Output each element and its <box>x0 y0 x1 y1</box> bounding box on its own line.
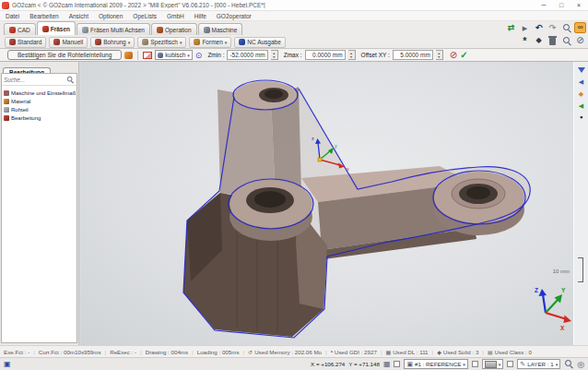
stock-image-icon[interactable] <box>143 52 152 59</box>
color-select[interactable]: ▾ <box>482 359 504 369</box>
offset-xy-stepper[interactable]: ▴▾ <box>436 50 443 60</box>
tab-operation-label: Operation <box>165 27 192 33</box>
standard-label: Standard <box>18 39 41 45</box>
app-grid-icon[interactable]: ▣ <box>4 360 11 368</box>
tab-operation[interactable]: Operation <box>151 23 197 35</box>
bohrung-button[interactable]: Bohrung ▾ <box>90 37 135 48</box>
search-icon <box>66 76 74 83</box>
zoom-icon[interactable] <box>560 22 572 33</box>
layer-checkbox[interactable] <box>507 361 513 367</box>
menu-bearbeiten[interactable]: Bearbeiten <box>29 13 58 19</box>
tree-item-bearbeitung[interactable]: Bearbeitung <box>4 113 76 122</box>
cad-icon <box>9 27 16 33</box>
status-used-solid: ◆Used Solid : 3 <box>437 349 478 355</box>
maximize-button[interactable]: □ <box>554 0 569 10</box>
search-row <box>2 74 76 86</box>
pointer-icon[interactable]: ▶ <box>519 22 531 33</box>
spezifisch-icon <box>142 39 148 45</box>
menu-opelists[interactable]: OpeLists <box>133 13 157 19</box>
grid-checkbox[interactable] <box>394 361 400 367</box>
ink-icon[interactable]: ◆ <box>533 35 545 46</box>
stock-type-select[interactable]: kubisch ▾ <box>155 50 193 60</box>
zmax-stepper[interactable]: ▴▾ <box>348 50 356 60</box>
hide-icon[interactable]: ⊘ <box>574 35 586 46</box>
model-canvas: x y z Z Y X <box>80 62 573 345</box>
camera-icon[interactable]: ▪ <box>576 113 587 123</box>
menu-ansicht[interactable]: Ansicht <box>69 13 88 19</box>
nc-ausgabe-button[interactable]: NC Ausgabe <box>234 37 286 48</box>
tab-maschine[interactable]: Maschine <box>198 23 243 35</box>
svg-text:X: X <box>560 325 565 331</box>
offset-xy-input[interactable]: 5.0000 mm <box>393 50 433 60</box>
go2cam-window: { "window": { "title": "GO2cam < © GO2ca… <box>0 0 588 370</box>
stock-type-dropdown-icon: ▾ <box>187 53 190 58</box>
zoom-window-icon[interactable] <box>560 35 572 46</box>
viewport-3d[interactable]: x y z Z Y X 10 mm <box>80 62 573 345</box>
standard-button[interactable]: Standard <box>5 37 46 48</box>
close-button[interactable]: × <box>571 0 586 10</box>
filter-icon[interactable] <box>576 65 587 75</box>
title-bar: GO2cam < © GO2cam International 2009 - 2… <box>0 0 588 11</box>
tree-item-material-label: Material <box>11 99 30 104</box>
main-area: Bearbeitung Maschine und Einstellmaße Ma… <box>0 62 588 345</box>
search-input[interactable] <box>4 77 65 83</box>
undo-icon[interactable]: ↶ <box>533 22 545 33</box>
spezifisch-button[interactable]: Spezifisch ▾ <box>137 37 186 48</box>
cancel-icon[interactable]: ⊘ <box>450 50 457 60</box>
zmin-input[interactable]: -52.0000 mm <box>227 50 267 60</box>
offset-xy-label: Offset XY : <box>361 52 390 58</box>
bearbeitung-icon <box>4 115 9 121</box>
status-separator: | <box>140 349 142 355</box>
menu-datei[interactable]: Datei <box>6 13 19 19</box>
formen-button[interactable]: Formen ▾ <box>189 37 231 48</box>
job-tree: Maschine und Einstellmaße Material Rohte… <box>2 86 76 122</box>
status-separator: | <box>482 349 484 355</box>
tree-item-maschine[interactable]: Maschine und Einstellmaße <box>4 89 76 97</box>
bohrung-icon <box>95 39 101 45</box>
zmax-label: Zmax : <box>284 52 302 58</box>
chevron-green-icon[interactable]: ◀ <box>576 101 587 111</box>
redo-icon[interactable]: ↷ <box>547 22 559 33</box>
menu-hilfe[interactable]: Hilfe <box>194 13 206 19</box>
layer-select[interactable]: ✎ LAYER : 1 ▾ <box>517 359 560 369</box>
zmin-stepper[interactable]: ▴▾ <box>271 50 278 60</box>
reference-select[interactable]: ▣ #1 : REFERENCE ▾ <box>404 359 467 369</box>
scale-bracket <box>578 257 583 282</box>
menu-optionen[interactable]: Optionen <box>99 13 123 19</box>
menu-gmbh[interactable]: GmbH <box>167 13 184 19</box>
status-separator: | <box>33 349 35 355</box>
model-left-boss <box>229 180 312 241</box>
grid-icon[interactable]: ▦ <box>383 360 391 368</box>
tab-multi-achsen-label: Fräsen Multi Achsen <box>90 27 145 33</box>
tree-item-rohteil[interactable]: Rohteil <box>4 105 76 113</box>
delete-icon[interactable] <box>547 35 559 46</box>
rohteil-icon[interactable] <box>124 52 133 59</box>
tab-cad[interactable]: CAD <box>4 23 36 35</box>
tree-item-rohteil-label: Rohteil <box>11 107 29 113</box>
sync-icon[interactable]: ⇄ <box>505 22 517 33</box>
burr-icon[interactable]: * <box>519 35 531 46</box>
reference-checkbox[interactable] <box>472 361 478 367</box>
target-icon[interactable]: ◎ <box>577 360 584 369</box>
trash-icon <box>549 38 556 45</box>
zmax-input[interactable]: 0.0000 mm <box>305 50 346 60</box>
tree-item-material[interactable]: Material <box>4 97 76 105</box>
zoom-select-icon[interactable] <box>564 359 573 369</box>
ribbon-buttons: Standard Manuell Bohrung ▾ Spezifisch ▾ … <box>0 35 588 49</box>
tab-fraesen-multi-achsen[interactable]: Fräsen Multi Achsen <box>76 23 150 35</box>
minimize-button[interactable]: ─ <box>536 0 551 10</box>
probe-icon[interactable]: ◆ <box>576 89 587 99</box>
view-glasses-icon[interactable]: ∞ <box>574 22 586 33</box>
strip-icons: ◀ ◆ ◀ ▪ <box>574 62 588 123</box>
info-icon[interactable]: ⊙ <box>195 51 203 60</box>
confirm-icon[interactable]: ✓ <box>460 50 467 60</box>
stock-cube-icon <box>158 53 163 58</box>
chevron-blue-icon[interactable]: ◀ <box>576 77 587 87</box>
cube-icon: ▣ <box>406 361 413 368</box>
menu-go2operator[interactable]: GO2operator <box>217 13 252 19</box>
svg-text:Y: Y <box>561 287 566 293</box>
divider <box>137 51 138 60</box>
tab-fraesen[interactable]: Fräsen <box>37 21 76 35</box>
maschine-icon <box>204 27 210 33</box>
manuell-button[interactable]: Manuell <box>49 37 88 48</box>
